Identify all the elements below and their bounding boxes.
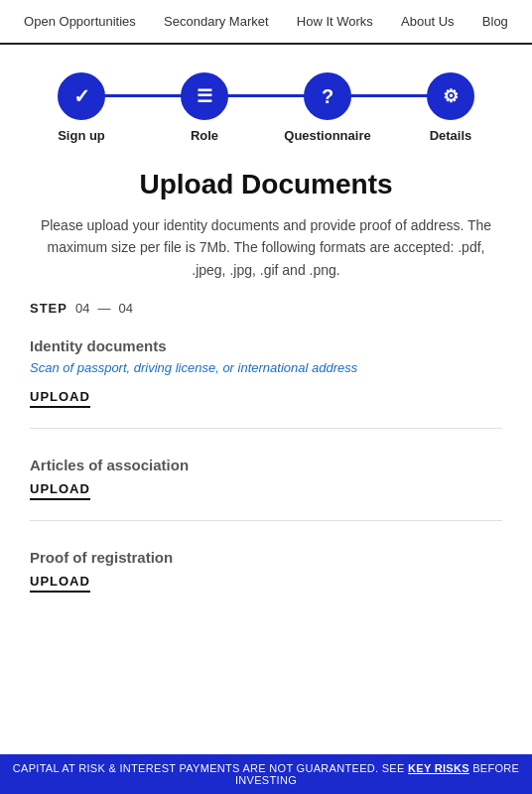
- step-indicator: STEP 04 — 04: [30, 301, 502, 316]
- step-label-sign-up: Sign up: [58, 128, 105, 143]
- nav-secondary-market[interactable]: Secondary Market: [164, 14, 269, 29]
- nav-about-us[interactable]: About Us: [401, 14, 454, 29]
- identity-section-subtitle: Scan of passport, driving license, or in…: [30, 360, 502, 375]
- identity-documents-section: Identity documents Scan of passport, dri…: [30, 337, 502, 429]
- step-current: 04: [75, 301, 89, 316]
- check-icon: [73, 84, 90, 108]
- step-divider: —: [97, 301, 110, 316]
- identity-upload-button[interactable]: UPLOAD: [30, 389, 90, 408]
- step-circle-sign-up: [58, 72, 105, 120]
- nav-how-it-works[interactable]: How It Works: [297, 14, 373, 29]
- nav-open-opportunities[interactable]: Open Opportunities: [24, 14, 136, 29]
- gear-icon: [443, 85, 459, 107]
- identity-section-title: Identity documents: [30, 337, 502, 354]
- page-description: Please upload your identity documents an…: [30, 214, 502, 281]
- footer-text: CAPITAL AT RISK & INTEREST PAYMENTS ARE …: [13, 762, 408, 774]
- step-total: 04: [118, 301, 132, 316]
- step-details: Details: [389, 72, 512, 143]
- proof-section: Proof of registration UPLOAD: [30, 549, 502, 612]
- key-risks-link[interactable]: KEY RISKS: [408, 762, 469, 774]
- question-icon: [322, 85, 333, 108]
- footer-banner: CAPITAL AT RISK & INTEREST PAYMENTS ARE …: [0, 754, 532, 794]
- main-content: Upload Documents Please upload your iden…: [0, 159, 532, 660]
- step-label-details: Details: [430, 128, 472, 143]
- proof-upload-button[interactable]: UPLOAD: [30, 574, 90, 593]
- articles-upload-button[interactable]: UPLOAD: [30, 481, 90, 500]
- step-circle-role: [181, 72, 228, 120]
- articles-section: Articles of association UPLOAD: [30, 457, 502, 521]
- step-circle-details: [427, 72, 474, 120]
- step-circle-questionnaire: [304, 72, 351, 120]
- page-title: Upload Documents: [30, 169, 502, 200]
- step-label-questionnaire: Questionnaire: [284, 128, 370, 143]
- list-icon: [197, 85, 212, 107]
- nav-blog[interactable]: Blog: [482, 14, 508, 29]
- proof-section-title: Proof of registration: [30, 549, 502, 566]
- step-questionnaire: Questionnaire: [266, 72, 389, 143]
- navigation: Open Opportunities Secondary Market How …: [0, 0, 532, 45]
- step-label-role: Role: [191, 128, 218, 143]
- step-label-text: STEP: [30, 301, 67, 316]
- articles-section-title: Articles of association: [30, 457, 502, 473]
- stepper: Sign up Role Questionnaire Details: [0, 45, 532, 159]
- step-role: Role: [143, 72, 266, 143]
- step-sign-up: Sign up: [20, 72, 143, 143]
